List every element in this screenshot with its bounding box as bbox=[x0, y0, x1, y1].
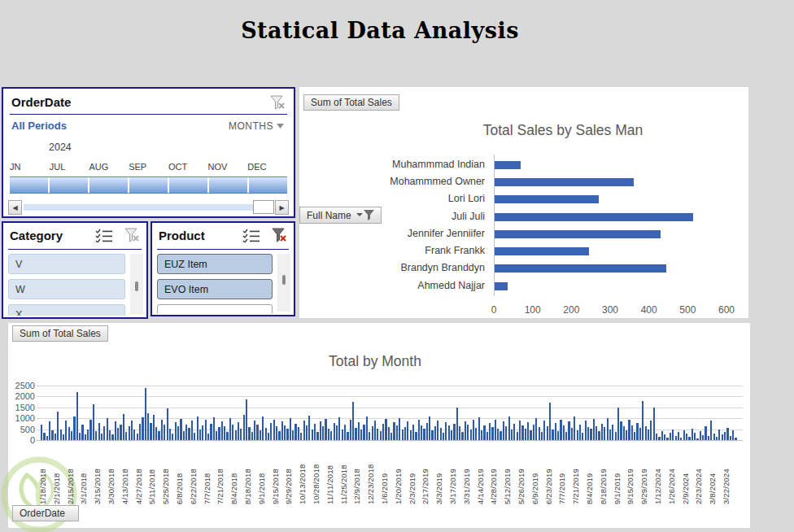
column bbox=[590, 429, 591, 440]
x-axis-date-label: 8/18/2018 bbox=[243, 444, 253, 504]
column bbox=[226, 432, 228, 440]
timeline-tile[interactable] bbox=[209, 177, 247, 193]
column bbox=[503, 421, 504, 440]
column bbox=[229, 418, 231, 440]
column bbox=[710, 421, 712, 440]
slicer-item[interactable]: EVO Item bbox=[157, 279, 273, 299]
x-axis-date-label: 3/17/2019 bbox=[448, 444, 458, 504]
column bbox=[694, 433, 696, 440]
bar-category-label: Ahmedd Najjar bbox=[299, 280, 485, 291]
column bbox=[369, 432, 370, 440]
timeline-scroll-thumb[interactable] bbox=[253, 200, 274, 214]
column bbox=[338, 417, 340, 440]
clear-filter-icon[interactable] bbox=[270, 95, 286, 110]
column bbox=[120, 425, 121, 440]
column bbox=[314, 424, 316, 440]
column bbox=[429, 416, 430, 440]
column bbox=[470, 430, 472, 440]
column bbox=[396, 425, 398, 440]
column bbox=[103, 426, 105, 440]
column bbox=[93, 404, 94, 440]
column bbox=[191, 421, 193, 440]
column bbox=[260, 430, 261, 440]
column bbox=[688, 437, 690, 440]
x-axis-date-label: 3/3/2019 bbox=[434, 444, 444, 504]
timeline-tile[interactable] bbox=[249, 177, 287, 193]
y-axis-tick-label: 2500 bbox=[11, 381, 35, 390]
column bbox=[306, 425, 308, 440]
timeline-period-label[interactable]: All Periods bbox=[11, 120, 67, 132]
clear-filter-icon-active[interactable] bbox=[272, 228, 287, 242]
timeline-tile-bar bbox=[10, 177, 287, 194]
x-axis-tick-label: 400 bbox=[641, 304, 657, 316]
column bbox=[547, 426, 548, 440]
y-axis-tick-label: 0 bbox=[11, 435, 35, 445]
timeline-tile[interactable] bbox=[10, 177, 48, 193]
x-axis-date-label: 7/21/2019 bbox=[571, 444, 581, 504]
clear-filter-icon[interactable] bbox=[124, 228, 140, 242]
timeline-tile[interactable] bbox=[169, 177, 207, 193]
column bbox=[617, 408, 619, 440]
slicer-item[interactable]: V bbox=[8, 254, 125, 274]
slicer-item[interactable]: EUZ Item bbox=[157, 254, 273, 274]
bar bbox=[494, 161, 521, 169]
product-scrollbar[interactable] bbox=[277, 254, 290, 312]
column bbox=[500, 431, 501, 440]
column bbox=[131, 421, 133, 440]
column bbox=[294, 424, 296, 440]
column bbox=[276, 426, 277, 440]
column bbox=[87, 430, 89, 440]
column bbox=[489, 423, 491, 440]
column bbox=[57, 412, 59, 440]
column bbox=[393, 422, 395, 440]
column bbox=[199, 430, 201, 440]
column bbox=[256, 425, 258, 440]
column bbox=[680, 438, 682, 440]
column bbox=[390, 433, 392, 440]
column bbox=[153, 415, 155, 440]
timeline-scroll-track[interactable] bbox=[24, 204, 253, 211]
slicer-item[interactable]: W bbox=[8, 279, 125, 299]
column bbox=[79, 433, 81, 440]
column bbox=[194, 433, 195, 440]
column bbox=[642, 401, 643, 440]
timeline-tile[interactable] bbox=[50, 177, 88, 193]
column bbox=[377, 429, 378, 440]
timeline-scrollbar: ◀ ▶ bbox=[8, 200, 289, 216]
slicer-item[interactable]: X bbox=[8, 304, 125, 316]
column bbox=[385, 419, 386, 440]
column bbox=[451, 430, 452, 440]
slicer-item[interactable] bbox=[157, 304, 273, 313]
gridline bbox=[37, 396, 743, 397]
x-axis-tick-label: 300 bbox=[602, 304, 618, 316]
column bbox=[421, 425, 422, 440]
column bbox=[445, 422, 447, 440]
column bbox=[415, 432, 417, 440]
multi-select-icon[interactable] bbox=[242, 229, 260, 242]
timeline-divider bbox=[10, 114, 287, 115]
column bbox=[352, 402, 354, 440]
column bbox=[582, 433, 583, 440]
x-axis-tick-label: 200 bbox=[563, 304, 579, 316]
timeline-tile[interactable] bbox=[89, 177, 128, 193]
sales-bar-chart: Muhammmad IndianMohammmed OwnerLori Lori… bbox=[299, 87, 748, 318]
timeline-tile[interactable] bbox=[129, 177, 168, 193]
x-axis-date-label: 3/30/2018 bbox=[107, 444, 116, 504]
column bbox=[161, 420, 163, 440]
category-scrollbar[interactable] bbox=[130, 254, 143, 314]
pivot-axis-button-orderdate[interactable]: OrderDate bbox=[12, 505, 79, 521]
column bbox=[453, 424, 455, 440]
column bbox=[577, 430, 578, 440]
timeline-scroll-left-button[interactable]: ◀ bbox=[8, 200, 22, 215]
product-slicer-divider bbox=[157, 249, 289, 250]
column bbox=[718, 430, 720, 440]
column bbox=[328, 429, 329, 440]
column bbox=[172, 434, 173, 440]
timeline-scroll-right-button[interactable]: ▶ bbox=[275, 200, 289, 215]
y-axis-tick-label: 500 bbox=[11, 425, 35, 434]
multi-select-icon[interactable] bbox=[95, 229, 113, 242]
timeline-level-dropdown[interactable]: MONTHS bbox=[229, 120, 284, 132]
bar-category-label: Juli Juli bbox=[299, 211, 485, 222]
bar bbox=[494, 178, 634, 186]
column bbox=[270, 423, 272, 440]
